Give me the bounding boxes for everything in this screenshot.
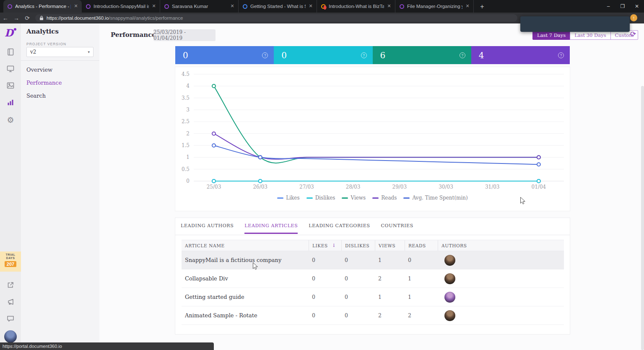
help-icon[interactable]: ? (460, 52, 465, 58)
media-icon[interactable] (0, 81, 21, 90)
tab-close-icon[interactable]: ✕ (73, 3, 79, 10)
column-header-views[interactable]: VIEWS (375, 240, 405, 251)
cell-reads: 1 (405, 270, 438, 288)
page-scrollbar[interactable] (641, 86, 644, 350)
browser-tab[interactable]: Saravana Kumar✕ (160, 0, 239, 13)
column-header-likes[interactable]: LIKES↓ (309, 240, 341, 251)
legend-item[interactable]: Dislikes (306, 195, 335, 201)
analytics-sidebar: Analytics PROJECT VERSION v2 ▾ OverviewP… (21, 23, 99, 350)
sidebar-item-overview[interactable]: Overview (26, 67, 52, 73)
help-icon[interactable]: ? (262, 52, 268, 58)
minimize-icon[interactable]: – (601, 0, 615, 13)
project-version-select[interactable]: v2 ▾ (26, 47, 93, 57)
browser-tab[interactable]: Analytics - Performance - [ snapp✕ (3, 0, 82, 13)
url-bar[interactable]: https://portal.document360.io/snappymail… (35, 14, 517, 22)
svg-text:1: 1 (186, 154, 190, 160)
user-avatar[interactable] (4, 330, 17, 343)
new-tab-button[interactable]: + (476, 1, 488, 13)
app-root: D ⚙ TRIAL DAYS 207 (0, 23, 644, 350)
column-header-article-name[interactable]: ARTICLE NAME (182, 240, 309, 251)
tab-close-icon[interactable]: ✕ (229, 3, 236, 10)
document360-logo-icon[interactable]: D (0, 27, 21, 39)
browser-tab[interactable]: File Manager-Organizing your fil✕ (395, 0, 474, 13)
browser-update-icon[interactable]: ↑ (630, 14, 637, 21)
settings-gear-icon[interactable]: ⚙ (0, 115, 21, 125)
browser-tab[interactable]: Introduction-What is BizTalk S✕ (317, 0, 395, 13)
help-icon[interactable]: ? (558, 52, 564, 58)
tab-close-icon[interactable]: ✕ (307, 3, 314, 10)
leading-section-panel: LEADING AUTHORSLEADING ARTICLESLEADING C… (175, 218, 570, 334)
browser-tab[interactable]: Introduction-SnappyMail is a fict✕ (82, 0, 160, 13)
reload-icon[interactable]: ⟳ (22, 15, 33, 21)
trial-label-2: DAYS (0, 257, 21, 260)
tab-title: File Manager-Organizing your fil (407, 4, 462, 9)
articles-table: ARTICLE NAMELIKES↓DISLIKESVIEWSREADSAUTH… (182, 240, 564, 325)
column-header-reads[interactable]: READS (405, 240, 438, 251)
stat-card: 0? (175, 46, 274, 64)
browser-tab-strip: Analytics - Performance - [ snapp✕Introd… (0, 0, 644, 13)
external-link-icon[interactable] (0, 281, 21, 289)
svg-text:2.5: 2.5 (182, 119, 190, 124)
table-row[interactable]: Collapsable Div0021 (182, 270, 564, 288)
svg-text:01/04: 01/04 (532, 184, 546, 190)
tab-favicon (8, 4, 12, 9)
table-row[interactable]: Animated Sample - Rotate0022 (182, 306, 564, 325)
legend-item[interactable]: Likes (277, 195, 299, 201)
tab-leading-categories[interactable]: LEADING CATEGORIES (309, 223, 370, 234)
mouse-cursor-2 (520, 197, 527, 205)
date-range-chip[interactable]: 25/03/2019 - 01/04/2019 (153, 29, 216, 41)
legend-item[interactable]: Views (342, 195, 366, 201)
article-name: Animated Sample - Rotate (182, 306, 309, 324)
svg-text:4: 4 (186, 83, 190, 89)
svg-text:26/03: 26/03 (253, 184, 267, 190)
back-icon[interactable]: ← (0, 15, 11, 21)
close-icon[interactable]: ✕ (630, 0, 644, 13)
analytics-icon[interactable] (0, 98, 21, 106)
trial-days-badge[interactable]: TRIAL DAYS 207 (0, 251, 21, 272)
column-header-authors[interactable]: AUTHORS (438, 240, 564, 251)
tab-close-icon[interactable]: ✕ (386, 3, 392, 10)
url-text: https://portal.document360.io/snappymail… (47, 16, 183, 21)
stat-card-value: 0 (281, 50, 287, 60)
sidebar-item-performance[interactable]: Performance (26, 80, 62, 86)
documentation-icon[interactable] (0, 48, 21, 56)
section-tabs: LEADING AUTHORSLEADING ARTICLESLEADING C… (181, 223, 413, 234)
svg-text:27/03: 27/03 (299, 184, 314, 190)
tab-leading-authors[interactable]: LEADING AUTHORS (181, 223, 234, 234)
tab-leading-articles[interactable]: LEADING ARTICLES (244, 223, 298, 234)
stat-card: 6? (373, 46, 471, 64)
stat-card-value: 0 (183, 50, 188, 60)
help-icon[interactable]: ? (361, 52, 367, 58)
cell-views: 1 (375, 251, 405, 269)
main-content: Performance 25/03/2019 - 01/04/2019 Last… (99, 23, 641, 350)
refresh-sync-icon[interactable]: ⟳ (630, 30, 636, 39)
table-row[interactable]: Getting started guide0011 (182, 288, 564, 306)
column-header-dislikes[interactable]: DISLIKES (341, 240, 375, 251)
site-icon[interactable] (0, 65, 21, 73)
author-avatar (444, 310, 455, 321)
article-name: SnappyMail is a fictitious company (182, 251, 309, 269)
table-row[interactable]: SnappyMail is a fictitious company0010 (182, 251, 564, 270)
window-controls: – ❐ ✕ (601, 0, 644, 13)
sidebar-item-search[interactable]: Search (26, 93, 46, 99)
tab-favicon (400, 4, 404, 9)
tab-countries[interactable]: COUNTRIES (381, 223, 413, 234)
tab-close-icon[interactable]: ✕ (151, 3, 157, 10)
sidebar-divider (21, 60, 99, 61)
svg-text:25/03: 25/03 (207, 184, 221, 190)
browser-tab[interactable]: Getting Started - What is Serverle✕ (239, 0, 317, 13)
svg-text:2: 2 (186, 131, 190, 137)
svg-text:28/03: 28/03 (346, 184, 361, 190)
forward-icon[interactable]: → (11, 15, 22, 21)
legend-item[interactable]: Avg. Time Spent(min) (403, 195, 467, 201)
feedback-chat-icon[interactable] (0, 314, 21, 323)
maximize-icon[interactable]: ❐ (615, 0, 630, 13)
tab-favicon (321, 4, 326, 9)
legend-swatch (372, 197, 379, 199)
cell-likes: 0 (309, 270, 341, 288)
announcement-megaphone-icon[interactable] (0, 298, 21, 306)
legend-item[interactable]: Reads (372, 195, 397, 201)
tab-close-icon[interactable]: ✕ (464, 3, 471, 10)
legend-swatch (403, 197, 410, 199)
cell-reads: 0 (405, 251, 438, 269)
